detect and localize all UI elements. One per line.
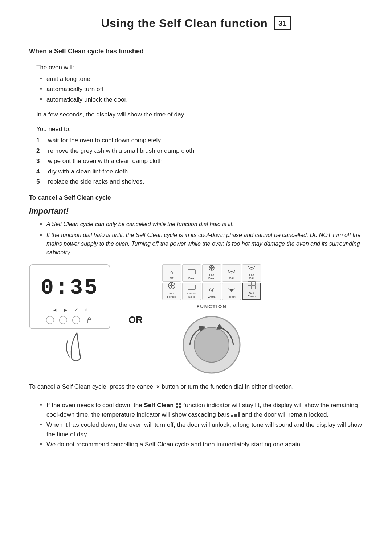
- lock-icon: [85, 316, 93, 324]
- function-label: FUNCTION: [196, 303, 226, 310]
- section3: To cancel a Self Clean cycle, press the …: [29, 382, 363, 449]
- list-item: automatically turn off: [40, 85, 363, 94]
- display-buttons: [46, 316, 93, 324]
- section-cancel: To cancel a Self Clean cycle Important! …: [29, 193, 363, 257]
- section1-intro: The oven will:: [36, 63, 363, 72]
- bake-icon: [188, 269, 196, 277]
- svg-rect-4: [188, 285, 195, 289]
- important-bullets: A Self Clean cycle can only be cancelled…: [40, 220, 363, 257]
- self-clean-icon: [248, 281, 256, 292]
- list-item: 4dry with a clean lint-free cloth: [36, 167, 363, 176]
- func-grill: Grill: [222, 264, 241, 282]
- button-circle-2: [59, 316, 67, 324]
- section1-para2: You need to:: [36, 124, 363, 134]
- check-icon: ✓: [74, 306, 78, 314]
- display-time: 0:35: [41, 271, 99, 304]
- section3-bullets: If the oven needs to cool down, the Self…: [40, 401, 363, 449]
- warm-icon: [208, 287, 216, 295]
- cancel-instruction: To cancel a Self Clean cycle, press the …: [29, 382, 363, 392]
- list-item: If the oven needs to cool down, the Self…: [40, 401, 363, 419]
- svg-rect-6: [252, 282, 255, 285]
- right-arrow-icon: ►: [63, 306, 68, 314]
- svg-rect-7: [248, 286, 251, 289]
- func-roast: Roast: [222, 283, 241, 300]
- list-item: If the function dial halo is unlit, the …: [40, 231, 363, 257]
- func-bake: Bake: [182, 264, 201, 282]
- button-circle-3: [72, 316, 80, 324]
- func-self-clean: SelfClean: [242, 283, 261, 300]
- classic-bake-icon: [188, 284, 196, 292]
- svg-point-10: [194, 327, 229, 362]
- list-item: 1wait for the oven to cool down complete…: [36, 136, 363, 145]
- self-clean-bold: Self Clean: [144, 402, 173, 409]
- off-icon: ○: [170, 269, 173, 277]
- list-item: 3wipe out the oven with a clean damp clo…: [36, 156, 363, 166]
- list-item: When it has cooled down, the oven will t…: [40, 420, 363, 439]
- list-item: emit a long tone: [40, 74, 363, 84]
- page-header: Using the Self Clean function 31: [29, 15, 363, 32]
- important-heading: Important!: [29, 205, 363, 217]
- dial-container: [181, 314, 242, 376]
- dial-arrows-svg: [181, 314, 242, 376]
- page-title: Using the Self Clean function: [101, 15, 268, 32]
- grill-icon: [228, 269, 236, 277]
- list-item: 5replace the side racks and shelves.: [36, 177, 363, 187]
- svg-rect-8: [252, 286, 255, 289]
- func-off: ○ Off: [162, 264, 181, 282]
- list-item: A Self Clean cycle can only be cancelled…: [40, 220, 363, 229]
- section1-heading: When a Self Clean cycle has finished: [29, 46, 363, 56]
- button-circle-1: [46, 316, 54, 324]
- function-panel: ○ Off Bake Fan: [161, 264, 262, 376]
- page-number: 31: [274, 16, 291, 30]
- svg-rect-1: [188, 270, 195, 274]
- section1-steps: 1wait for the oven to cool down complete…: [36, 136, 363, 187]
- func-fan-grill: FanGrill: [242, 264, 261, 282]
- section1-bullets: emit a long tone automatically turn off …: [40, 74, 363, 105]
- fan-bake-icon: [208, 265, 216, 274]
- func-classic-bake: ClassicBake: [182, 283, 201, 300]
- display-box: 0:35 ◄ ► ✓ ×: [29, 264, 110, 329]
- finger-pointer-svg: [59, 329, 95, 365]
- func-fan-forced: FanForced: [162, 283, 181, 300]
- self-clean-grid-icon: [176, 403, 181, 408]
- cancel-x-icon: ×: [84, 306, 87, 314]
- section1-para1: In a few seconds, the display will show …: [36, 110, 363, 119]
- list-item: automatically unlock the door.: [40, 95, 363, 105]
- svg-rect-5: [248, 282, 251, 285]
- fan-grill-icon: [248, 265, 256, 274]
- func-warm: Warm: [202, 283, 221, 300]
- section-when-finished: When a Self Clean cycle has finished The…: [29, 46, 363, 187]
- svg-rect-0: [87, 320, 91, 323]
- func-fan-bake: FanBake: [202, 264, 221, 282]
- section2-heading: To cancel a Self Clean cycle: [29, 193, 363, 203]
- display-controls: ◄ ► ✓ ×: [52, 306, 87, 314]
- fan-forced-icon: [168, 282, 176, 292]
- left-arrow-icon: ◄: [52, 306, 57, 314]
- roast-icon: [228, 286, 236, 295]
- cascading-bars-icon: [231, 412, 240, 417]
- list-item: We do not recommend cancelling a Self Cl…: [40, 440, 363, 449]
- diagram-area: 0:35 ◄ ► ✓ ×: [29, 264, 363, 376]
- or-label: OR: [128, 313, 143, 327]
- list-item: 2remove the grey ash with a small brush …: [36, 146, 363, 156]
